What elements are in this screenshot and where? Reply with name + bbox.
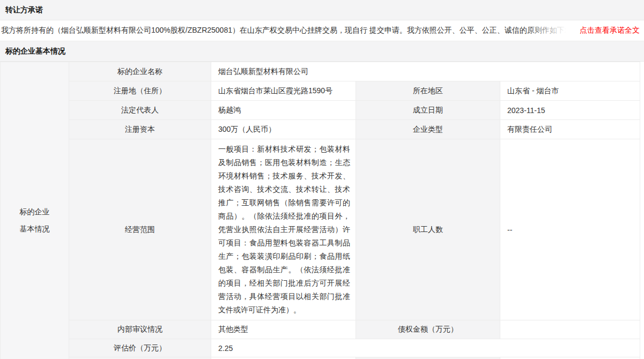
value-debt-amount xyxy=(500,320,640,339)
transferor-commitment-title: 转让方承诺 xyxy=(5,5,43,15)
label-establish-date: 成立日期 xyxy=(356,101,500,120)
value-internal-review: 其他类型 xyxy=(211,320,356,339)
table-row: 内部审议情况 其他类型 债权金额（万元） xyxy=(1,320,640,339)
label-registered-address: 注册地（住所） xyxy=(69,81,211,101)
cutoff-label-cell-1 xyxy=(69,357,211,359)
target-basic-info-title: 标的企业基本情况 xyxy=(5,47,65,56)
row-group-label-line1: 标的企业 xyxy=(1,203,69,220)
label-region: 所在地区 xyxy=(356,81,500,101)
table-row: 标的企业 基本情况 标的企业名称 烟台弘顺新型材料有限公司 xyxy=(1,62,640,81)
table-row: 经营范围 一般项目：新材料技术研发；包装材料及制品销售；医用包装材料制造；生态环… xyxy=(1,139,640,320)
label-legal-representative: 法定代表人 xyxy=(69,101,211,120)
value-company-name: 烟台弘顺新型材料有限公司 xyxy=(211,62,640,81)
table-row: 注册资本 300万（人民币） 企业类型 有限责任公司 xyxy=(1,120,640,139)
value-registered-address: 山东省烟台市莱山区霞光路1590号 xyxy=(211,81,356,101)
value-business-scope: 一般项目：新材料技术研发；包装材料及制品销售；医用包装材料制造；生态环境材料销售… xyxy=(211,139,356,320)
value-region: 山东省 - 烟台市 xyxy=(500,81,640,101)
label-business-scope: 经营范围 xyxy=(69,139,211,320)
view-full-commitment-link[interactable]: 点击查看承诺全文 xyxy=(576,26,644,35)
commitment-text: 我方将所持有的（烟台弘顺新型材料有限公司100%股权/ZBZR250081）在山… xyxy=(1,26,576,35)
cutoff-value-cell-1 xyxy=(211,357,356,359)
table-row-cutoff xyxy=(1,357,640,359)
target-basic-info-header: 标的企业基本情况 xyxy=(0,41,644,62)
transferor-commitment-header: 转让方承诺 xyxy=(0,0,644,20)
value-appraisal-price: 2.25 xyxy=(211,339,640,357)
label-registered-capital: 注册资本 xyxy=(69,120,211,139)
cutoff-label-cell-2 xyxy=(356,357,500,359)
business-scope-text: 一般项目：新材料技术研发；包装材料及制品销售；医用包装材料制造；生态环境材料销售… xyxy=(218,140,350,319)
value-employee-count: -- xyxy=(500,139,640,320)
table-row: 注册地（住所） 山东省烟台市莱山区霞光路1590号 所在地区 山东省 - 烟台市 xyxy=(1,81,640,101)
value-legal-representative: 杨越鸿 xyxy=(211,101,356,120)
value-establish-date: 2023-11-15 xyxy=(500,101,640,120)
row-group-label-line2: 基本情况 xyxy=(1,220,69,237)
value-enterprise-type: 有限责任公司 xyxy=(500,120,640,139)
label-company-name: 标的企业名称 xyxy=(69,62,211,81)
label-enterprise-type: 企业类型 xyxy=(356,120,500,139)
table-row: 法定代表人 杨越鸿 成立日期 2023-11-15 xyxy=(1,101,640,120)
value-registered-capital: 300万（人民币） xyxy=(211,120,356,139)
company-info-table: 标的企业 基本情况 标的企业名称 烟台弘顺新型材料有限公司 注册地（住所） 山东… xyxy=(0,62,640,359)
row-group-header: 标的企业 基本情况 xyxy=(1,62,69,359)
commitment-row: 我方将所持有的（烟台弘顺新型材料有限公司100%股权/ZBZR250081）在山… xyxy=(0,20,644,41)
label-internal-review: 内部审议情况 xyxy=(69,320,211,339)
label-employee-count: 职工人数 xyxy=(356,139,500,320)
label-appraisal-price: 评估价（万元） xyxy=(69,339,211,357)
label-debt-amount: 债权金额（万元） xyxy=(356,320,500,339)
table-row: 评估价（万元） 2.25 xyxy=(1,339,640,357)
cutoff-value-cell-2 xyxy=(500,357,640,359)
